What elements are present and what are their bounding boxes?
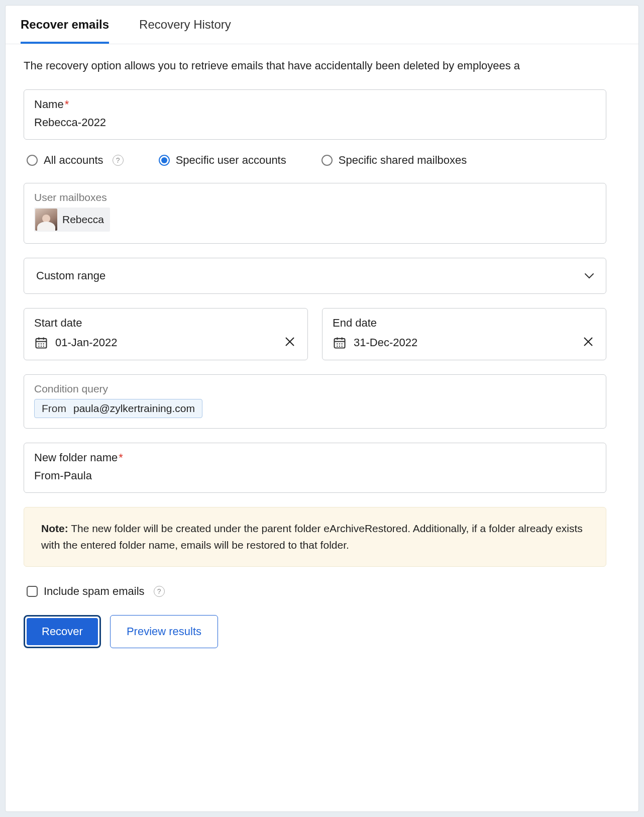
folder-name-label-text: New folder name <box>34 451 118 464</box>
condition-query-field[interactable]: Condition query From paula@zylkertrainin… <box>24 374 606 429</box>
svg-point-16 <box>337 343 338 344</box>
note-prefix: Note: <box>41 523 68 534</box>
recover-button-focus-ring: Recover <box>24 615 101 648</box>
user-mailboxes-label: User mailboxes <box>34 191 596 203</box>
recover-button[interactable]: Recover <box>27 618 98 645</box>
end-date-field[interactable]: End date 31-Dec-2022 <box>322 308 606 360</box>
name-label: Name* <box>34 98 596 111</box>
condition-value: paula@zylkertraining.com <box>73 402 195 415</box>
checkbox-icon[interactable] <box>27 586 38 597</box>
name-field[interactable]: Name* <box>24 89 606 140</box>
condition-key: From <box>42 402 66 415</box>
svg-point-17 <box>339 343 340 344</box>
condition-label: Condition query <box>34 383 596 395</box>
help-icon[interactable]: ? <box>113 155 124 166</box>
preview-results-button[interactable]: Preview results <box>110 615 218 648</box>
start-date-field[interactable]: Start date 01-Jan-2022 <box>24 308 308 360</box>
svg-point-5 <box>41 343 42 344</box>
include-spam-label: Include spam emails <box>44 585 145 598</box>
folder-name-label: New folder name* <box>34 451 596 464</box>
required-asterisk: * <box>65 98 69 111</box>
action-buttons: Recover Preview results <box>24 615 638 648</box>
clear-start-date-icon[interactable] <box>282 335 297 351</box>
radio-circle-checked-icon <box>159 155 170 166</box>
svg-point-20 <box>339 346 340 347</box>
note-body: The new folder will be created under the… <box>41 523 583 551</box>
start-date-value: 01-Jan-2022 <box>55 336 118 349</box>
svg-point-8 <box>41 346 42 347</box>
svg-point-18 <box>342 343 343 344</box>
svg-point-7 <box>38 346 39 347</box>
tab-recover-emails[interactable]: Recover emails <box>21 6 109 44</box>
radio-specific-users[interactable]: Specific user accounts <box>159 154 286 167</box>
end-date-value: 31-Dec-2022 <box>354 336 417 349</box>
end-date-label: End date <box>333 317 596 330</box>
svg-point-6 <box>43 343 44 344</box>
radio-circle-icon <box>27 155 38 166</box>
user-chip[interactable]: Rebecca <box>34 208 110 232</box>
radio-dot-icon <box>161 157 167 163</box>
radio-specific-shared-label: Specific shared mailboxes <box>339 154 467 167</box>
form-content: The recovery option allows you to retrie… <box>6 44 638 663</box>
folder-name-field[interactable]: New folder name* <box>24 443 606 493</box>
condition-chip[interactable]: From paula@zylkertraining.com <box>34 399 202 418</box>
svg-point-4 <box>38 343 39 344</box>
include-spam-row[interactable]: Include spam emails ? <box>27 585 638 598</box>
clear-end-date-icon[interactable] <box>581 335 596 351</box>
date-range-value: Custom range <box>36 269 105 282</box>
svg-point-19 <box>337 346 338 347</box>
svg-point-9 <box>43 346 44 347</box>
required-asterisk: * <box>119 451 123 464</box>
description-text: The recovery option allows you to retrie… <box>24 59 638 72</box>
chevron-down-icon <box>585 270 594 282</box>
avatar-icon <box>35 209 57 231</box>
user-chip-name: Rebecca <box>62 214 104 226</box>
name-input[interactable] <box>34 116 596 129</box>
svg-point-21 <box>342 346 343 347</box>
calendar-icon <box>333 336 347 350</box>
radio-circle-icon <box>321 155 333 166</box>
date-row: Start date 01-Jan-2022 End date <box>24 308 606 360</box>
note-box: Note: The new folder will be created und… <box>24 507 606 567</box>
recovery-panel: Recover emails Recovery History The reco… <box>5 5 639 812</box>
radio-specific-shared[interactable]: Specific shared mailboxes <box>321 154 467 167</box>
user-mailboxes-field[interactable]: User mailboxes Rebecca <box>24 183 606 244</box>
folder-name-input[interactable] <box>34 469 596 482</box>
tabs: Recover emails Recovery History <box>6 6 638 44</box>
radio-specific-users-label: Specific user accounts <box>176 154 286 167</box>
radio-all-accounts[interactable]: All accounts ? <box>27 154 124 167</box>
date-range-select[interactable]: Custom range <box>24 258 606 294</box>
help-icon[interactable]: ? <box>154 586 165 597</box>
calendar-icon <box>34 336 48 350</box>
tab-recovery-history[interactable]: Recovery History <box>139 6 231 44</box>
account-scope-radios: All accounts ? Specific user accounts Sp… <box>27 154 638 167</box>
radio-all-accounts-label: All accounts <box>44 154 103 167</box>
name-label-text: Name <box>34 98 64 111</box>
start-date-label: Start date <box>34 317 297 330</box>
